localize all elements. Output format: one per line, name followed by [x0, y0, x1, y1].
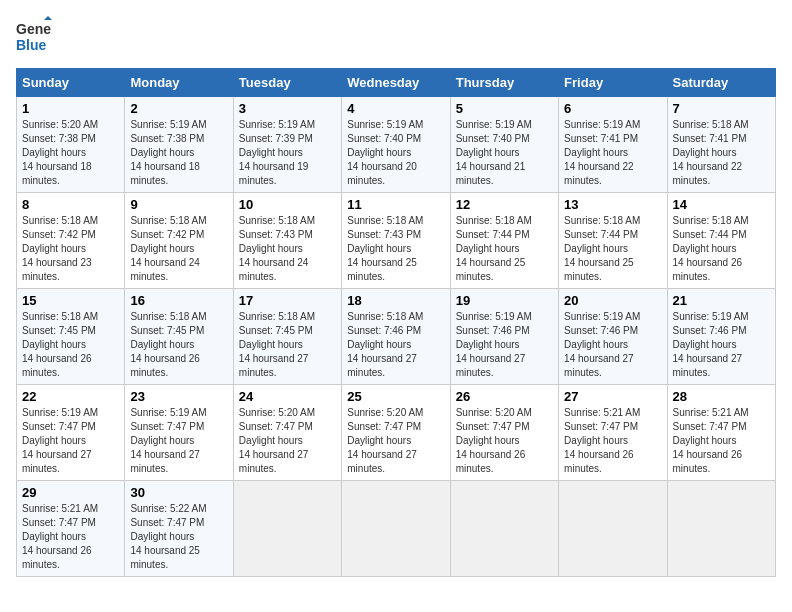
day-number: 25	[347, 389, 444, 404]
weekday-header-wednesday: Wednesday	[342, 69, 450, 97]
day-number: 16	[130, 293, 227, 308]
weekday-header-friday: Friday	[559, 69, 667, 97]
day-number: 21	[673, 293, 770, 308]
calendar-week-3: 22 Sunrise: 5:19 AMSunset: 7:47 PMDaylig…	[17, 385, 776, 481]
day-number: 12	[456, 197, 553, 212]
calendar-cell: 26 Sunrise: 5:20 AMSunset: 7:47 PMDaylig…	[450, 385, 558, 481]
day-number: 19	[456, 293, 553, 308]
calendar-cell: 20 Sunrise: 5:19 AMSunset: 7:46 PMDaylig…	[559, 289, 667, 385]
svg-text:General: General	[16, 21, 52, 37]
day-info: Sunrise: 5:19 AMSunset: 7:47 PMDaylight …	[22, 407, 98, 474]
day-info: Sunrise: 5:19 AMSunset: 7:40 PMDaylight …	[347, 119, 423, 186]
calendar-cell: 7 Sunrise: 5:18 AMSunset: 7:41 PMDayligh…	[667, 97, 775, 193]
day-number: 8	[22, 197, 119, 212]
day-number: 22	[22, 389, 119, 404]
calendar-week-4: 29 Sunrise: 5:21 AMSunset: 7:47 PMDaylig…	[17, 481, 776, 577]
day-info: Sunrise: 5:19 AMSunset: 7:46 PMDaylight …	[456, 311, 532, 378]
calendar-cell: 24 Sunrise: 5:20 AMSunset: 7:47 PMDaylig…	[233, 385, 341, 481]
day-info: Sunrise: 5:18 AMSunset: 7:46 PMDaylight …	[347, 311, 423, 378]
day-info: Sunrise: 5:19 AMSunset: 7:40 PMDaylight …	[456, 119, 532, 186]
calendar-cell: 10 Sunrise: 5:18 AMSunset: 7:43 PMDaylig…	[233, 193, 341, 289]
day-info: Sunrise: 5:18 AMSunset: 7:44 PMDaylight …	[673, 215, 749, 282]
calendar-cell: 17 Sunrise: 5:18 AMSunset: 7:45 PMDaylig…	[233, 289, 341, 385]
day-number: 2	[130, 101, 227, 116]
calendar-cell: 14 Sunrise: 5:18 AMSunset: 7:44 PMDaylig…	[667, 193, 775, 289]
calendar-cell: 18 Sunrise: 5:18 AMSunset: 7:46 PMDaylig…	[342, 289, 450, 385]
day-number: 13	[564, 197, 661, 212]
calendar-cell: 1 Sunrise: 5:20 AMSunset: 7:38 PMDayligh…	[17, 97, 125, 193]
calendar-cell	[450, 481, 558, 577]
calendar-cell: 28 Sunrise: 5:21 AMSunset: 7:47 PMDaylig…	[667, 385, 775, 481]
day-number: 5	[456, 101, 553, 116]
calendar-cell: 22 Sunrise: 5:19 AMSunset: 7:47 PMDaylig…	[17, 385, 125, 481]
page-header: General Blue	[16, 16, 776, 60]
day-info: Sunrise: 5:19 AMSunset: 7:41 PMDaylight …	[564, 119, 640, 186]
weekday-header-monday: Monday	[125, 69, 233, 97]
day-info: Sunrise: 5:20 AMSunset: 7:47 PMDaylight …	[239, 407, 315, 474]
day-number: 27	[564, 389, 661, 404]
day-number: 15	[22, 293, 119, 308]
day-info: Sunrise: 5:19 AMSunset: 7:47 PMDaylight …	[130, 407, 206, 474]
day-number: 6	[564, 101, 661, 116]
calendar-cell: 9 Sunrise: 5:18 AMSunset: 7:42 PMDayligh…	[125, 193, 233, 289]
calendar-cell: 15 Sunrise: 5:18 AMSunset: 7:45 PMDaylig…	[17, 289, 125, 385]
calendar-cell: 29 Sunrise: 5:21 AMSunset: 7:47 PMDaylig…	[17, 481, 125, 577]
calendar-week-1: 8 Sunrise: 5:18 AMSunset: 7:42 PMDayligh…	[17, 193, 776, 289]
day-info: Sunrise: 5:19 AMSunset: 7:39 PMDaylight …	[239, 119, 315, 186]
calendar-cell: 4 Sunrise: 5:19 AMSunset: 7:40 PMDayligh…	[342, 97, 450, 193]
day-number: 4	[347, 101, 444, 116]
day-number: 20	[564, 293, 661, 308]
logo-svg: General Blue	[16, 16, 52, 60]
weekday-header-tuesday: Tuesday	[233, 69, 341, 97]
day-info: Sunrise: 5:18 AMSunset: 7:44 PMDaylight …	[564, 215, 640, 282]
day-info: Sunrise: 5:18 AMSunset: 7:42 PMDaylight …	[22, 215, 98, 282]
day-info: Sunrise: 5:18 AMSunset: 7:42 PMDaylight …	[130, 215, 206, 282]
day-info: Sunrise: 5:20 AMSunset: 7:47 PMDaylight …	[456, 407, 532, 474]
day-number: 11	[347, 197, 444, 212]
calendar-cell: 23 Sunrise: 5:19 AMSunset: 7:47 PMDaylig…	[125, 385, 233, 481]
calendar-cell: 25 Sunrise: 5:20 AMSunset: 7:47 PMDaylig…	[342, 385, 450, 481]
calendar-cell: 27 Sunrise: 5:21 AMSunset: 7:47 PMDaylig…	[559, 385, 667, 481]
day-info: Sunrise: 5:18 AMSunset: 7:41 PMDaylight …	[673, 119, 749, 186]
day-info: Sunrise: 5:19 AMSunset: 7:46 PMDaylight …	[564, 311, 640, 378]
day-number: 30	[130, 485, 227, 500]
weekday-header-saturday: Saturday	[667, 69, 775, 97]
day-number: 3	[239, 101, 336, 116]
day-info: Sunrise: 5:19 AMSunset: 7:38 PMDaylight …	[130, 119, 206, 186]
calendar-cell: 2 Sunrise: 5:19 AMSunset: 7:38 PMDayligh…	[125, 97, 233, 193]
day-info: Sunrise: 5:18 AMSunset: 7:45 PMDaylight …	[130, 311, 206, 378]
day-info: Sunrise: 5:18 AMSunset: 7:43 PMDaylight …	[239, 215, 315, 282]
calendar-table: SundayMondayTuesdayWednesdayThursdayFrid…	[16, 68, 776, 577]
day-info: Sunrise: 5:21 AMSunset: 7:47 PMDaylight …	[22, 503, 98, 570]
day-info: Sunrise: 5:18 AMSunset: 7:43 PMDaylight …	[347, 215, 423, 282]
day-number: 14	[673, 197, 770, 212]
calendar-cell: 12 Sunrise: 5:18 AMSunset: 7:44 PMDaylig…	[450, 193, 558, 289]
day-number: 10	[239, 197, 336, 212]
weekday-header-sunday: Sunday	[17, 69, 125, 97]
day-number: 18	[347, 293, 444, 308]
day-number: 24	[239, 389, 336, 404]
day-info: Sunrise: 5:18 AMSunset: 7:45 PMDaylight …	[22, 311, 98, 378]
day-number: 17	[239, 293, 336, 308]
calendar-cell: 6 Sunrise: 5:19 AMSunset: 7:41 PMDayligh…	[559, 97, 667, 193]
calendar-cell: 5 Sunrise: 5:19 AMSunset: 7:40 PMDayligh…	[450, 97, 558, 193]
calendar-cell: 8 Sunrise: 5:18 AMSunset: 7:42 PMDayligh…	[17, 193, 125, 289]
weekday-header-thursday: Thursday	[450, 69, 558, 97]
day-number: 28	[673, 389, 770, 404]
day-number: 29	[22, 485, 119, 500]
calendar-week-2: 15 Sunrise: 5:18 AMSunset: 7:45 PMDaylig…	[17, 289, 776, 385]
logo: General Blue	[16, 16, 52, 60]
day-info: Sunrise: 5:21 AMSunset: 7:47 PMDaylight …	[564, 407, 640, 474]
day-info: Sunrise: 5:20 AMSunset: 7:38 PMDaylight …	[22, 119, 98, 186]
calendar-cell: 30 Sunrise: 5:22 AMSunset: 7:47 PMDaylig…	[125, 481, 233, 577]
calendar-cell: 21 Sunrise: 5:19 AMSunset: 7:46 PMDaylig…	[667, 289, 775, 385]
calendar-cell: 3 Sunrise: 5:19 AMSunset: 7:39 PMDayligh…	[233, 97, 341, 193]
day-info: Sunrise: 5:19 AMSunset: 7:46 PMDaylight …	[673, 311, 749, 378]
calendar-cell: 11 Sunrise: 5:18 AMSunset: 7:43 PMDaylig…	[342, 193, 450, 289]
calendar-cell	[667, 481, 775, 577]
day-info: Sunrise: 5:18 AMSunset: 7:44 PMDaylight …	[456, 215, 532, 282]
calendar-cell	[342, 481, 450, 577]
day-info: Sunrise: 5:22 AMSunset: 7:47 PMDaylight …	[130, 503, 206, 570]
day-number: 9	[130, 197, 227, 212]
calendar-week-0: 1 Sunrise: 5:20 AMSunset: 7:38 PMDayligh…	[17, 97, 776, 193]
